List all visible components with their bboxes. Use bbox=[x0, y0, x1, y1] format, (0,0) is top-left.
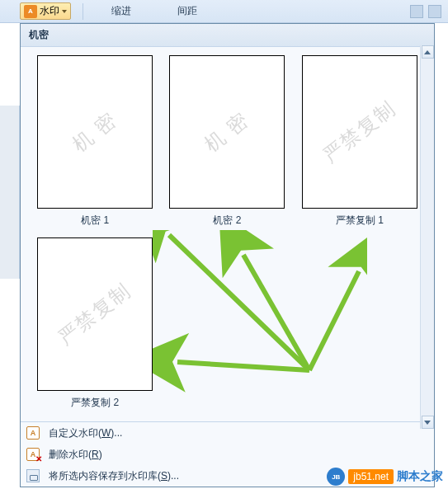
scroll-down-button[interactable] bbox=[422, 416, 434, 429]
chevron-down-icon bbox=[62, 10, 67, 13]
gallery-section-header: 机密 bbox=[21, 24, 434, 47]
ribbon-strip: A 水印 缩进 间距 bbox=[0, 0, 448, 23]
remove-watermark-label: 删除水印(R) bbox=[49, 448, 102, 462]
watermark-preview-text: 严禁复制 bbox=[318, 95, 402, 168]
spacing-group-label: 间距 bbox=[154, 4, 220, 18]
custom-watermark-icon: A bbox=[26, 426, 40, 440]
custom-watermark-label: 自定义水印(W)... bbox=[49, 426, 122, 440]
triangle-down-icon bbox=[424, 421, 431, 425]
separator bbox=[83, 3, 83, 20]
remove-watermark-menu-item[interactable]: A✕ 删除水印(R) bbox=[21, 444, 434, 465]
watermark-icon: A bbox=[24, 5, 37, 18]
custom-watermark-menu-item[interactable]: A 自定义水印(W)... bbox=[21, 422, 434, 444]
site-name: 脚本之家 bbox=[397, 469, 443, 484]
scroll-up-button[interactable] bbox=[422, 45, 434, 59]
thumbnail: 机 密 bbox=[169, 55, 285, 209]
thumbnail-caption: 机密 1 bbox=[81, 214, 109, 231]
watermark-button[interactable]: A 水印 bbox=[20, 2, 71, 20]
thumbnail-caption: 机密 2 bbox=[213, 214, 241, 231]
site-watermark: JB jb51.net 脚本之家 bbox=[327, 468, 443, 486]
watermark-preview-text: 机 密 bbox=[200, 106, 255, 158]
gallery-item-do-not-copy-1[interactable]: 严禁复制 严禁复制 1 bbox=[297, 54, 422, 233]
gallery-item-confidential-2[interactable]: 机 密 机密 2 bbox=[164, 54, 290, 233]
gallery-row-1: 机 密 机密 1 机 密 机密 2 严禁复制 严禁复制 1 bbox=[21, 47, 434, 234]
ruler-fragment bbox=[0, 106, 20, 279]
thumbnail-caption: 严禁复制 1 bbox=[336, 214, 384, 231]
watermark-preview-text: 机 密 bbox=[68, 106, 123, 158]
save-to-gallery-label: 将所选内容保存到水印库(S)... bbox=[49, 469, 179, 483]
delete-x-icon: ✕ bbox=[35, 454, 42, 463]
watermark-gallery-panel: 机密 机 密 机密 1 机 密 机密 2 严禁复制 严禁复制 1 严禁复制 严禁… bbox=[20, 23, 435, 487]
thumbnail: 机 密 bbox=[37, 55, 153, 209]
gallery-row-2: 严禁复制 严禁复制 2 bbox=[21, 234, 434, 421]
triangle-up-icon bbox=[424, 50, 431, 54]
ribbon-launcher-icon[interactable] bbox=[410, 5, 423, 18]
gallery-item-confidential-1[interactable]: 机 密 机密 1 bbox=[32, 54, 158, 233]
watermark-preview-text: 严禁复制 bbox=[53, 277, 137, 350]
gallery-scrollbar[interactable] bbox=[420, 45, 434, 429]
indent-group-label: 缩进 bbox=[88, 4, 154, 18]
site-badge-icon: JB bbox=[327, 468, 345, 486]
thumbnail-caption: 严禁复制 2 bbox=[71, 396, 119, 413]
watermark-button-label: 水印 bbox=[40, 4, 59, 18]
thumbnail: 严禁复制 bbox=[302, 55, 417, 209]
scroll-thumb[interactable] bbox=[422, 59, 434, 416]
gallery-item-do-not-copy-2[interactable]: 严禁复制 严禁复制 2 bbox=[32, 236, 158, 415]
save-to-gallery-icon bbox=[26, 469, 40, 482]
site-url: jb51.net bbox=[348, 469, 394, 484]
ribbon-launcher-icon[interactable] bbox=[428, 5, 441, 18]
thumbnail: 严禁复制 bbox=[37, 237, 153, 391]
